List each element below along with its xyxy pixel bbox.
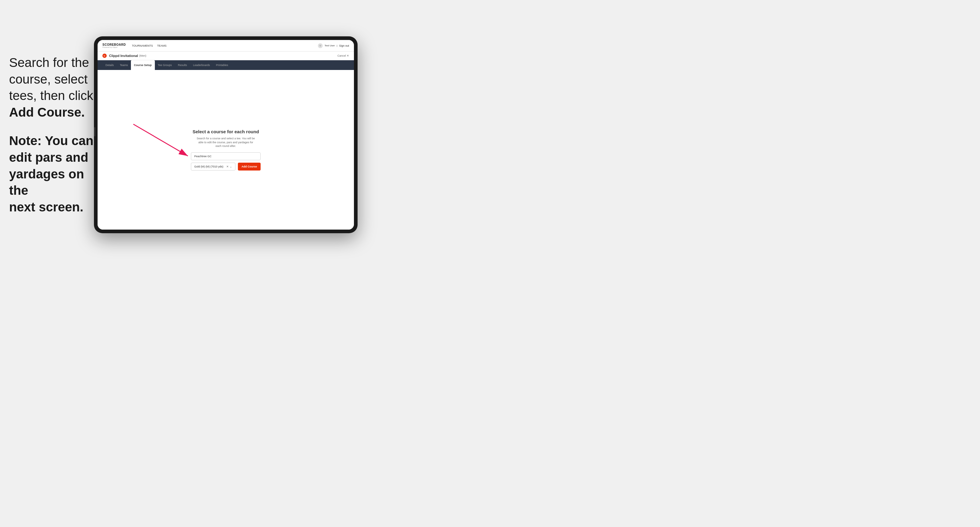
tournament-icon: C xyxy=(102,54,107,58)
tee-select[interactable]: Gold (M) (M) (7010 yds) ✕ ⌄ xyxy=(191,163,235,170)
add-course-button[interactable]: Add Course xyxy=(238,163,261,170)
content-title: Select a course for each round xyxy=(192,129,259,134)
annotation-paragraph: Search for thecourse, selecttees, then c… xyxy=(9,54,97,121)
tournament-header: C Clippd Invitational (Men) Cancel ✕ xyxy=(97,51,354,60)
logo-title: SCOREBOARD xyxy=(102,43,126,46)
main-content: Select a course for each round Search fo… xyxy=(97,70,354,230)
tab-nav: Details Teams Course Setup Tee Groups Re… xyxy=(97,60,354,70)
sign-out-link[interactable]: Sign out xyxy=(339,44,349,47)
content-subtitle: Search for a course and select a tee. Yo… xyxy=(196,137,256,148)
cancel-button[interactable]: Cancel ✕ xyxy=(337,54,349,57)
course-search-input[interactable] xyxy=(191,152,261,160)
tab-leaderboards[interactable]: Leaderboards xyxy=(190,60,213,70)
user-avatar: U xyxy=(318,43,323,48)
nav-user: U Test User | Sign out xyxy=(318,43,349,48)
tee-select-text: Gold (M) (M) (7010 yds) xyxy=(194,165,223,168)
nav-links: TOURNAMENTS TEAMS xyxy=(132,44,318,47)
tee-select-row: Gold (M) (M) (7010 yds) ✕ ⌄ Add Course xyxy=(191,163,261,170)
tab-printables[interactable]: Printables xyxy=(213,60,231,70)
nav-teams[interactable]: TEAMS xyxy=(157,44,167,47)
tablet-device: SCOREBOARD Powered by clippd TOURNAMENTS… xyxy=(94,37,358,233)
tab-tee-groups[interactable]: Tee Groups xyxy=(155,60,175,70)
nav-separator: | xyxy=(337,44,337,47)
annotation-bold: Add Course. xyxy=(9,105,85,119)
nav-tournaments[interactable]: TOURNAMENTS xyxy=(132,44,153,47)
logo-subtitle: Powered by clippd xyxy=(102,46,126,48)
tablet-screen: SCOREBOARD Powered by clippd TOURNAMENTS… xyxy=(97,40,354,230)
tee-select-icons: ✕ ⌄ xyxy=(226,165,232,168)
tournament-name: Clippd Invitational xyxy=(109,54,138,57)
tablet-side-button xyxy=(94,127,95,136)
tab-details[interactable]: Details xyxy=(102,60,117,70)
tab-teams[interactable]: Teams xyxy=(117,60,131,70)
logo-area: SCOREBOARD Powered by clippd xyxy=(102,43,126,48)
navbar: SCOREBOARD Powered by clippd TOURNAMENTS… xyxy=(97,40,354,51)
tab-course-setup[interactable]: Course Setup xyxy=(131,60,155,70)
user-label: Test User xyxy=(325,44,335,47)
annotation-note: Note: You can edit pars and yardages on … xyxy=(9,133,97,215)
tab-results[interactable]: Results xyxy=(175,60,190,70)
annotation-area: Search for thecourse, selecttees, then c… xyxy=(9,54,97,215)
tournament-type: (Men) xyxy=(139,54,146,57)
